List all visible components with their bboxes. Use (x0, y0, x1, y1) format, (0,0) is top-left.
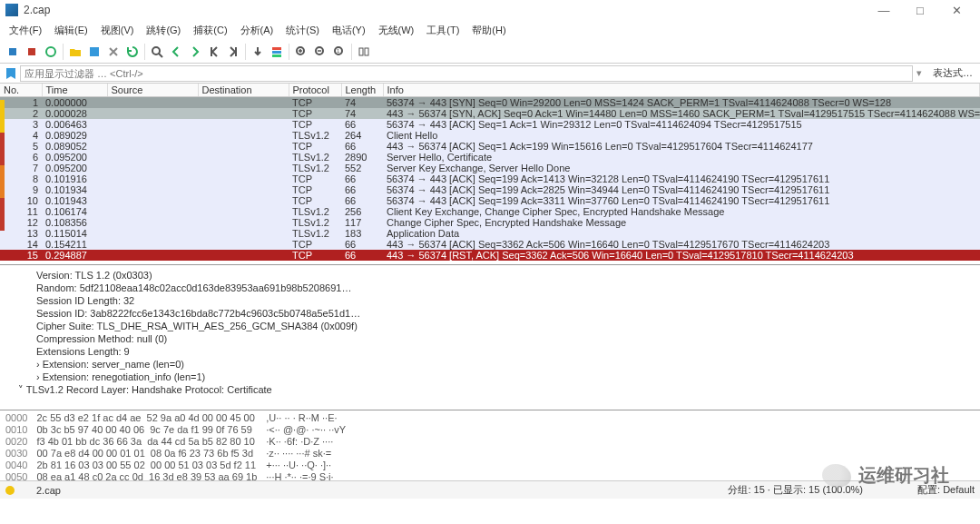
edge-color-indicator (0, 100, 5, 254)
close-button[interactable]: ✕ (938, 0, 975, 20)
detail-line[interactable]: Cipher Suite: TLS_DHE_RSA_WITH_AES_256_G… (36, 320, 980, 332)
menu-item[interactable]: 无线(W) (373, 22, 420, 39)
reload-icon[interactable] (123, 43, 142, 61)
packet-row[interactable]: 20.000028TCP74443 → 56374 [SYN, ACK] Seq… (0, 108, 980, 119)
zoom-reset-icon[interactable]: 1 (330, 43, 348, 61)
packet-list-pane[interactable]: No.TimeSourceDestinationProtocolLengthIn… (0, 84, 980, 265)
expert-info-icon[interactable] (5, 486, 15, 495)
column-header[interactable]: Source (107, 84, 198, 97)
menu-bar: 文件(F)编辑(E)视图(V)跳转(G)捕获(C)分析(A)统计(S)电话(Y)… (0, 20, 980, 41)
detail-line[interactable]: › Extension: renegotiation_info (len=1) (36, 371, 980, 383)
packet-row[interactable]: 100.101943TCP6656374 → 443 [ACK] Seq=199… (0, 195, 980, 206)
watermark: 运维研习社 (822, 463, 949, 488)
save-file-icon[interactable] (85, 43, 103, 61)
column-header[interactable]: Destination (198, 84, 289, 97)
menu-item[interactable]: 工具(T) (421, 22, 465, 39)
colorize-icon[interactable] (268, 43, 286, 61)
bookmark-icon[interactable] (4, 66, 18, 81)
menu-item[interactable]: 分析(A) (235, 22, 279, 39)
app-icon (5, 4, 18, 16)
menu-item[interactable]: 电话(Y) (327, 22, 371, 39)
expression-button[interactable]: 表达式… (929, 66, 976, 80)
column-header[interactable]: Time (42, 84, 107, 97)
autoscroll-icon[interactable] (249, 43, 267, 61)
column-header[interactable]: Length (341, 84, 383, 97)
svg-rect-5 (272, 47, 281, 50)
detail-line[interactable]: Session ID: 3ab8222fcc6e1343c16bda8c772b… (36, 307, 980, 320)
goto-last-icon[interactable] (224, 43, 242, 61)
packet-row[interactable]: 40.089029TLSv1.2264Client Hello (0, 130, 980, 141)
filter-bar: ▾ 表达式… (0, 64, 980, 84)
packet-row[interactable]: 30.006463TCP6656374 → 443 [ACK] Seq=1 Ac… (0, 119, 980, 130)
packet-row[interactable]: 50.089052TCP66443 → 56374 [ACK] Seq=1 Ac… (0, 141, 980, 152)
minimize-button[interactable]: — (866, 0, 902, 20)
zoom-out-icon[interactable] (311, 43, 329, 61)
watermark-text: 运维研习社 (858, 463, 949, 488)
packet-row[interactable]: 140.154211TCP66443 → 56374 [ACK] Seq=336… (0, 239, 980, 250)
detail-line[interactable]: Extensions Length: 9 (36, 345, 980, 358)
packet-row[interactable]: 80.101916TCP6656374 → 443 [ACK] Seq=199 … (0, 173, 980, 184)
start-capture-icon[interactable] (4, 43, 22, 61)
display-filter-input[interactable] (20, 65, 913, 82)
menu-item[interactable]: 跳转(G) (141, 22, 186, 39)
detail-line[interactable]: Version: TLS 1.2 (0x0303) (36, 269, 980, 282)
window-title: 2.cap (24, 4, 866, 16)
svg-point-4 (152, 47, 160, 54)
packet-row[interactable]: 130.115014TLSv1.2183Application Data (0, 228, 980, 239)
packet-row[interactable]: 70.095200TLSv1.2552Server Key Exchange, … (0, 163, 980, 173)
packet-row[interactable]: 10.000000TCP7456374 → 443 [SYN] Seq=0 Wi… (0, 97, 980, 109)
next-icon[interactable] (186, 43, 204, 61)
menu-item[interactable]: 捕获(C) (188, 22, 232, 39)
restart-capture-icon[interactable] (42, 43, 60, 61)
maximize-button[interactable]: □ (902, 0, 938, 20)
column-header[interactable]: Info (383, 84, 980, 97)
resize-columns-icon[interactable] (355, 43, 373, 61)
menu-item[interactable]: 编辑(E) (49, 22, 93, 39)
detail-line[interactable]: Session ID Length: 32 (36, 294, 980, 307)
find-icon[interactable] (148, 43, 166, 61)
menu-item[interactable]: 视图(V) (95, 22, 140, 39)
svg-rect-3 (90, 47, 99, 56)
packet-row[interactable]: 150.294887TCP66443 → 56374 [RST, ACK] Se… (0, 250, 980, 261)
detail-tree-item[interactable]: ˅ TLSv1.2 Record Layer: Handshake Protoc… (18, 383, 980, 396)
svg-rect-6 (272, 51, 281, 54)
svg-rect-13 (365, 48, 368, 55)
detail-line[interactable]: Compression Method: null (0) (36, 332, 980, 345)
packet-row[interactable]: 90.101934TCP6656374 → 443 [ACK] Seq=199 … (0, 184, 980, 195)
window-titlebar: 2.cap — □ ✕ (0, 0, 980, 20)
packet-details-pane[interactable]: Version: TLS 1.2 (0x0303)Random: 5df2110… (0, 265, 980, 410)
packet-row[interactable]: 120.108356TLSv1.2117Change Cipher Spec, … (0, 217, 980, 228)
svg-rect-12 (359, 48, 363, 55)
column-header[interactable]: Protocol (289, 84, 341, 97)
svg-text:1: 1 (337, 48, 340, 54)
menu-item[interactable]: 文件(F) (4, 22, 47, 39)
svg-rect-1 (28, 48, 35, 55)
svg-point-2 (46, 47, 55, 56)
packet-row[interactable]: 60.095200TLSv1.22890Server Hello, Certif… (0, 152, 980, 163)
close-file-icon[interactable] (104, 43, 122, 61)
goto-first-icon[interactable] (205, 43, 223, 61)
menu-item[interactable]: 统计(S) (280, 22, 325, 39)
detail-line[interactable]: Random: 5df21108eaa148c02acc0d163de83953… (36, 282, 980, 294)
menu-item[interactable]: 帮助(H) (466, 22, 511, 39)
svg-rect-7 (272, 54, 281, 57)
watermark-logo-icon (822, 464, 851, 488)
file-tab[interactable]: 2.cap (31, 484, 66, 497)
svg-rect-0 (9, 48, 16, 55)
main-toolbar: 1 (0, 41, 980, 64)
zoom-in-icon[interactable] (292, 43, 310, 61)
packet-row[interactable]: 110.106174TLSv1.2256Client Key Exchange,… (0, 206, 980, 217)
prev-icon[interactable] (167, 43, 185, 61)
stop-capture-icon[interactable] (23, 43, 41, 61)
column-header[interactable]: No. (0, 84, 42, 97)
open-file-icon[interactable] (66, 43, 84, 61)
detail-line[interactable]: › Extension: server_name (len=0) (36, 358, 980, 371)
